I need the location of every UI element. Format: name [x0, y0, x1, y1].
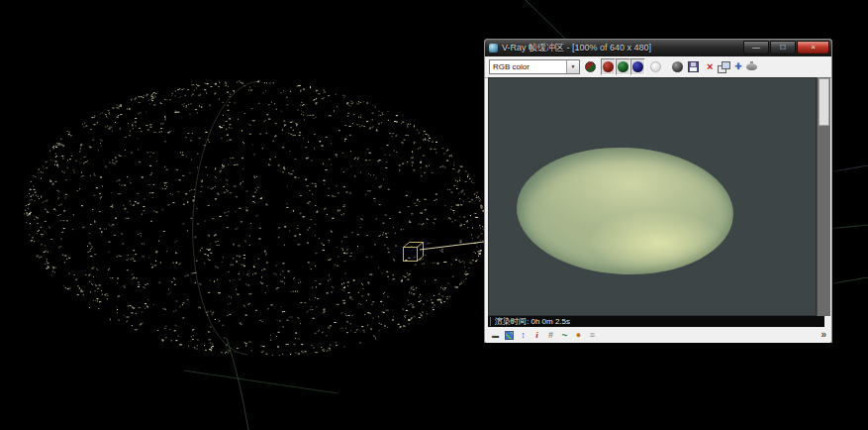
blue-channel-icon — [632, 61, 643, 72]
rendered-ellipsoid — [514, 143, 735, 278]
minimize-button[interactable]: — — [743, 41, 769, 54]
monochrome-icon — [672, 61, 683, 72]
render-last-button[interactable] — [746, 63, 757, 70]
duplicate-to-host-button[interactable] — [718, 61, 729, 72]
alpha-channel-icon — [650, 61, 661, 72]
save-image-button[interactable] — [688, 61, 699, 72]
render-view — [488, 77, 830, 316]
scrollbar-thumb[interactable] — [819, 78, 829, 126]
alpha-channel-button[interactable] — [650, 61, 661, 72]
rendered-image-area[interactable] — [488, 77, 817, 316]
teapot-icon — [746, 63, 757, 70]
pixel-information-button[interactable]: i — [531, 329, 542, 341]
white-balance-button[interactable]: # — [545, 329, 556, 341]
duplicate-frames-icon — [718, 61, 729, 72]
force-color-clamping-button[interactable] — [504, 329, 515, 341]
levels-button[interactable]: ≡ — [587, 329, 598, 341]
clamp-colors-icon — [505, 331, 514, 340]
vray-frame-buffer-window: V-Ray 帧缓冲区 - [100% of 640 x 480] — □ × R… — [484, 39, 832, 343]
red-channel-icon — [603, 61, 614, 72]
close-button[interactable]: × — [797, 41, 829, 54]
red-channel-button[interactable] — [601, 58, 616, 75]
green-channel-button[interactable] — [616, 58, 630, 75]
overflow-chevron-button[interactable]: » — [820, 329, 826, 341]
floppy-disk-icon — [688, 61, 699, 72]
channel-select-dropdown[interactable]: RGB color ▼ — [489, 59, 580, 74]
vfb-toolbar: RGB color ▼ × — [485, 56, 831, 78]
track-mouse-button[interactable]: + — [734, 61, 741, 72]
vertical-scrollbar[interactable] — [817, 77, 830, 316]
rgb-channels-icon — [585, 61, 596, 72]
window-title: V-Ray 帧缓冲区 - [100% of 640 x 480] — [502, 42, 739, 54]
clear-x-icon: × — [707, 61, 713, 72]
green-channel-icon — [618, 61, 628, 72]
show-corrections-button[interactable]: ▬ — [490, 329, 501, 341]
window-controls: — □ × — [743, 41, 829, 54]
crosshair-plus-icon: + — [734, 61, 741, 72]
monochrome-button[interactable] — [672, 61, 683, 72]
switch-to-rgb-button[interactable] — [585, 61, 596, 72]
channel-select-value: RGB color — [490, 62, 566, 71]
color-curve-button[interactable]: ~ — [559, 329, 570, 341]
maximize-button[interactable]: □ — [770, 41, 796, 54]
blue-channel-button[interactable] — [630, 58, 645, 75]
render-time-text: 渲染时间: 0h 0m 2.5s — [495, 316, 570, 327]
clear-image-button[interactable]: × — [707, 61, 713, 72]
statusbar-divider — [490, 317, 491, 326]
exposure-button[interactable]: ● — [573, 329, 584, 341]
channel-toggle-group — [601, 58, 645, 75]
view-clamped-colors-button[interactable]: ↕ — [518, 329, 529, 341]
chevron-down-icon: ▼ — [566, 60, 579, 73]
vray-logo-icon[interactable] — [489, 44, 498, 53]
titlebar[interactable]: V-Ray 帧缓冲区 - [100% of 640 x 480] — □ × — [485, 40, 831, 56]
vfb-bottom-toolbar: ▬ ↕ i # ~ ● ≡ » — [486, 327, 830, 343]
status-bar: 渲染时间: 0h 0m 2.5s — [488, 316, 824, 327]
